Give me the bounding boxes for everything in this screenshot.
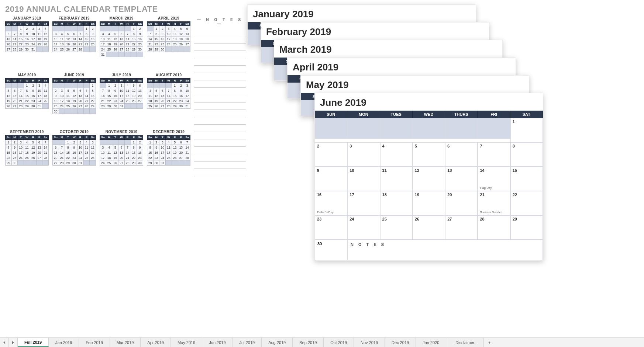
add-sheet-button[interactable]: + — [484, 338, 495, 347]
notes-line[interactable] — [194, 95, 246, 103]
calendar-cell[interactable]: 2 — [315, 142, 347, 167]
mini-calendar: JULY 2019SuMTWRFSa1234567891011121314151… — [100, 73, 143, 125]
mini-calendar-title: JULY 2019 — [100, 73, 143, 77]
sheet-tab[interactable]: Jan 2019 — [49, 338, 79, 347]
sheet-tab[interactable]: Nov 2019 — [354, 338, 385, 347]
sheet-tab[interactable]: Jul 2019 — [233, 338, 262, 347]
chevron-left-icon — [3, 341, 5, 344]
calendar-cell[interactable]: 5 — [413, 142, 445, 167]
calendar-cell[interactable]: 15 — [510, 167, 543, 191]
sheet-tab[interactable]: Full 2019 — [18, 338, 49, 347]
calendar-cell[interactable]: 10 — [347, 167, 380, 191]
notes-line[interactable] — [194, 36, 246, 44]
calendar-cell[interactable]: 7 — [478, 142, 510, 167]
mini-calendar: FEBRUARY 2019SuMTWRFSa123456789101112131… — [52, 16, 96, 68]
calendar-cell[interactable]: 3 — [347, 142, 380, 167]
calendar-cell[interactable]: 11 — [380, 167, 413, 191]
calendar-cell[interactable] — [478, 118, 510, 139]
calendar-cell[interactable]: 16Father's Day — [315, 191, 347, 215]
calendar-cell[interactable]: 4 — [380, 142, 413, 167]
sheet-tab[interactable]: Mar 2019 — [110, 338, 141, 347]
mini-calendar-title: APRIL 2019 — [147, 16, 190, 20]
calendar-cell[interactable]: 27 — [445, 215, 478, 240]
month-sheet-title: February 2019 — [261, 22, 489, 40]
month-sheet-title: May 2019 — [301, 76, 529, 93]
calendar-cell[interactable]: 17 — [347, 191, 380, 215]
notes-line[interactable] — [194, 162, 246, 169]
notes-line[interactable] — [194, 29, 246, 36]
notes-line[interactable] — [194, 169, 246, 176]
tab-nav-next[interactable] — [9, 338, 18, 347]
sheet-tab[interactable]: Apr 2019 — [141, 338, 171, 347]
notes-line[interactable] — [194, 154, 246, 162]
mini-calendar: APRIL 2019SuMTWRFSa123456789101112131415… — [147, 16, 190, 68]
calendar-cell[interactable] — [380, 118, 413, 139]
sheet-tab[interactable]: Jun 2019 — [202, 338, 233, 347]
notes-line[interactable] — [194, 73, 246, 80]
day-header: SAT — [510, 111, 543, 118]
month-sheet-title: January 2019 — [248, 5, 476, 22]
mini-calendar-title: MARCH 2019 — [100, 16, 143, 20]
calendar-cell[interactable]: 25 — [380, 215, 413, 240]
notes-line[interactable] — [194, 66, 246, 73]
notes-line[interactable] — [194, 51, 246, 58]
calendar-cell[interactable]: 19 — [413, 191, 445, 215]
calendar-cell[interactable]: 13 — [445, 167, 478, 191]
notes-line[interactable] — [194, 132, 246, 139]
notes-column: — N O T E S — — [194, 16, 246, 176]
notes-line[interactable] — [194, 44, 246, 51]
notes-row: 30N O T E S — [315, 240, 543, 260]
sheet-tab[interactable]: Aug 2019 — [262, 338, 293, 347]
calendar-cell[interactable]: 30 — [315, 240, 348, 260]
notes-line[interactable] — [194, 110, 246, 117]
notes-line[interactable] — [194, 125, 246, 132]
sheet-tab[interactable]: Sep 2019 — [293, 338, 324, 347]
calendar-cell[interactable]: 12 — [413, 167, 445, 191]
calendar-cell[interactable] — [347, 118, 380, 139]
notes-line[interactable] — [194, 88, 246, 95]
sheet-tab[interactable]: Feb 2019 — [79, 338, 110, 347]
calendar-cell[interactable]: 24 — [347, 215, 380, 240]
day-header: WED — [413, 111, 445, 118]
mini-calendar-title: JUNE 2019 — [52, 73, 96, 77]
mini-calendar-title: MAY 2019 — [5, 73, 49, 77]
tab-nav-prev[interactable] — [0, 338, 9, 347]
notes-line[interactable] — [194, 103, 246, 110]
calendar-cell[interactable]: 20 — [445, 191, 478, 215]
sheet-tab[interactable]: Oct 2019 — [324, 338, 354, 347]
mini-calendar: SEPTEMBER 2019SuMTWRFSa12345678910111213… — [5, 130, 49, 176]
calendar-cell[interactable]: 6 — [445, 142, 478, 167]
calendar-cell[interactable]: 22 — [510, 191, 543, 215]
mini-calendar-title: DECEMBER 2019 — [147, 130, 190, 134]
mini-calendar-title: FEBRUARY 2019 — [52, 16, 96, 20]
notes-line[interactable] — [194, 139, 246, 147]
calendar-cell[interactable]: 26 — [413, 215, 445, 240]
calendar-cell[interactable]: 21Summer Solstice — [478, 191, 510, 215]
monthly-sheet-stack: January 2019SUNMONTUESWEDTHURSFRISATFebr… — [244, 0, 642, 332]
calendar-cell[interactable]: 29 — [510, 215, 543, 240]
notes-line[interactable] — [194, 58, 246, 66]
calendar-cell[interactable]: 8 — [510, 142, 543, 167]
calendar-cell[interactable]: 1 — [510, 118, 543, 142]
calendar-cell[interactable]: 28 — [478, 215, 510, 240]
calendar-cell[interactable]: 23 — [315, 215, 347, 240]
sheet-tab[interactable]: - Disclaimer - — [446, 338, 484, 347]
calendar-cell[interactable]: 18 — [380, 191, 413, 215]
annual-calendar-panel: JANUARY 2019SuMTWRFSa1234567891011121314… — [5, 16, 241, 176]
day-header: FRI — [478, 111, 510, 118]
calendar-cell[interactable] — [413, 118, 445, 139]
notes-line[interactable] — [194, 147, 246, 154]
mini-calendar: AUGUST 2019SuMTWRFSa12345678910111213141… — [147, 73, 190, 125]
sheet-tab[interactable]: Dec 2019 — [385, 338, 416, 347]
sheet-tab[interactable]: Jan 2020 — [416, 338, 446, 347]
calendar-cell[interactable]: 14Flag Day — [478, 167, 510, 191]
calendar-cell[interactable] — [445, 118, 478, 139]
calendar-event: Flag Day — [480, 186, 492, 190]
calendar-event: Summer Solstice — [480, 211, 502, 214]
sheet-tab[interactable]: May 2019 — [171, 338, 202, 347]
notes-line[interactable] — [194, 80, 246, 88]
calendar-cell[interactable] — [315, 118, 347, 139]
calendar-cell[interactable]: 9 — [315, 167, 347, 191]
month-sheet-title: June 2019 — [315, 93, 543, 111]
notes-line[interactable] — [194, 117, 246, 125]
